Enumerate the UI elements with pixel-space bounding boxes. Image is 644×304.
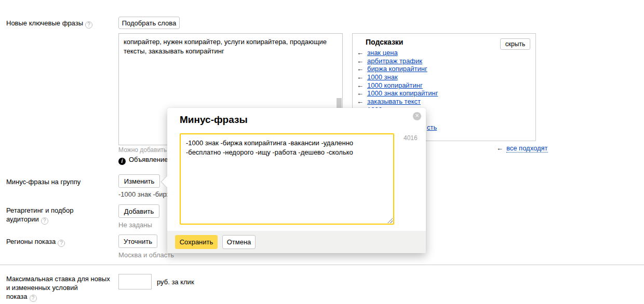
help-icon[interactable]: ? — [41, 217, 48, 225]
info-icon: i — [118, 158, 126, 165]
char-counter: 4016 — [404, 134, 418, 142]
max-bid-input[interactable] — [118, 274, 152, 289]
suggestion-item[interactable]: ←1000 знак копирайтинг — [357, 89, 438, 98]
save-button[interactable]: Сохранить — [175, 235, 218, 249]
max-bid-label-line1: Максимальная ставка для новых — [6, 275, 110, 283]
retargeting-label: Ретаргетинг и подбор аудитории? — [6, 206, 74, 225]
all-fit-row: ←все подходят — [497, 144, 548, 152]
minus-group-label: Минус-фразы на группу — [6, 177, 81, 186]
retargeting-label-line1: Ретаргетинг и подбор — [6, 206, 74, 214]
modal-tail-pointer — [160, 175, 173, 188]
help-icon[interactable]: ? — [85, 21, 92, 29]
hide-suggestions-button[interactable]: скрыть — [500, 38, 530, 50]
retargeting-value: Не заданы — [118, 221, 152, 229]
suggestion-item[interactable]: ←1000 копирайтинг — [357, 81, 438, 90]
max-bid-label: Максимальная ставка для новых и измененн… — [6, 274, 110, 302]
modal-footer: Сохранить Отмена — [167, 231, 426, 253]
minus-phrases-textarea[interactable]: -1000 знак -биржа копирайтинга -вакансии… — [180, 133, 394, 225]
arrow-left-icon: ← — [357, 65, 364, 73]
suggestion-item[interactable]: ←знак цена — [357, 49, 438, 57]
pick-words-button[interactable]: Подобрать слова — [118, 17, 180, 29]
minus-phrases-modal: Минус-фразы × -1000 знак -биржа копирайт… — [167, 108, 426, 253]
info-note: iОбъявление т — [118, 156, 173, 165]
suggestion-item[interactable]: ←заказывать текст — [357, 98, 438, 106]
suggestion-link[interactable]: заказывать текст — [367, 98, 421, 105]
help-icon[interactable]: ? — [58, 240, 65, 247]
all-fit-link[interactable]: все подходят — [506, 144, 548, 153]
bid-suffix: руб. за клик — [157, 278, 194, 286]
regions-label: Регионы показа? — [6, 237, 65, 247]
section-divider — [0, 265, 644, 265]
info-note-text: Объявление т — [129, 156, 173, 163]
refine-regions-button[interactable]: Уточнить — [118, 234, 157, 248]
arrow-left-icon: ← — [497, 144, 503, 152]
max-bid-label-line2: и измененных условий — [6, 284, 78, 292]
arrow-left-icon: ← — [357, 98, 364, 105]
retargeting-label-line2: аудитории — [6, 215, 39, 223]
suggestion-link[interactable]: арбитраж трафик — [367, 57, 422, 65]
arrow-left-icon: ← — [357, 89, 364, 97]
close-icon[interactable]: × — [413, 112, 421, 120]
cancel-button[interactable]: Отмена — [222, 235, 256, 249]
suggestion-link[interactable]: 1000 копирайтинг — [367, 81, 423, 89]
minus-textarea-wrap: -1000 знак -биржа копирайтинга -вакансии… — [180, 133, 394, 225]
keywords-label: Новые ключевые фразы? — [6, 19, 92, 29]
keywords-label-text: Новые ключевые фразы — [6, 19, 83, 27]
suggestions-title: Подсказки — [366, 38, 403, 46]
suggestion-link-partial[interactable]: сть — [427, 123, 437, 131]
arrow-left-icon: ← — [357, 73, 364, 81]
suggestion-link[interactable]: знак цена — [367, 49, 398, 57]
max-bid-label-line3: показа — [6, 293, 28, 300]
arrow-left-icon: ← — [357, 49, 364, 57]
minus-group-value: -1000 знак -бирж — [118, 190, 171, 198]
regions-label-text: Регионы показа — [6, 238, 56, 245]
suggestion-link[interactable]: 1000 знак копирайтинг — [367, 89, 438, 97]
modal-title: Минус-фразы — [180, 114, 248, 126]
arrow-left-icon: ← — [357, 57, 364, 65]
suggestions-list: ←знак цена←арбитраж трафик←биржа копирай… — [357, 49, 438, 114]
suggestion-item[interactable]: ←арбитраж трафик — [357, 57, 438, 65]
yandex-direct-group-edit-page: Новые ключевые фразы? Подобрать слова ко… — [0, 0, 644, 304]
suggestion-item[interactable]: ←биржа копирайтинг — [357, 65, 438, 73]
edit-minus-button[interactable]: Изменить — [118, 174, 160, 188]
suggestion-link[interactable]: 1000 знак — [367, 73, 398, 81]
suggestion-link[interactable]: биржа копирайтинг — [367, 65, 427, 73]
add-audience-button[interactable]: Добавить — [118, 204, 159, 218]
regions-value: Москва и область — [118, 251, 174, 259]
suggestion-item[interactable]: ←1000 знак — [357, 73, 438, 81]
arrow-left-icon: ← — [357, 81, 364, 89]
help-icon[interactable]: ? — [30, 295, 37, 302]
